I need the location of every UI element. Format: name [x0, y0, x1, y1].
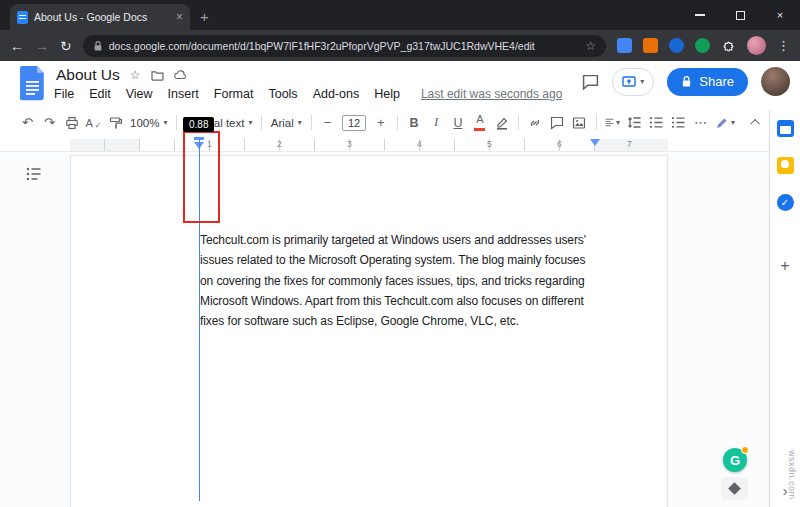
numbered-list-icon: [671, 116, 685, 129]
lock-icon: [93, 40, 103, 52]
comment-history-icon[interactable]: [582, 74, 599, 90]
tab-close-icon[interactable]: ×: [176, 10, 183, 24]
extensions-puzzle-icon[interactable]: [721, 38, 736, 53]
ruler-number: 7: [627, 139, 632, 149]
zoom-select[interactable]: 100%▾: [130, 117, 167, 129]
text-color-button[interactable]: A: [472, 113, 487, 133]
forward-icon[interactable]: →: [35, 39, 49, 53]
menu-insert[interactable]: Insert: [168, 87, 199, 101]
bold-button[interactable]: B: [406, 113, 421, 133]
menubar: File Edit View Insert Format Tools Add-o…: [54, 87, 562, 101]
menu-help[interactable]: Help: [374, 87, 400, 101]
paragraph[interactable]: Techcult.com is primarily targeted at Wi…: [200, 230, 630, 331]
calendar-icon[interactable]: [777, 120, 794, 137]
extension-icon-3[interactable]: [669, 38, 684, 53]
url-text: docs.google.com/document/d/1bqPW7lF1fHF3…: [109, 40, 580, 52]
menu-tools[interactable]: Tools: [268, 87, 297, 101]
editing-mode-button[interactable]: ▾: [715, 113, 735, 133]
insert-link-button[interactable]: [528, 113, 543, 133]
move-folder-icon[interactable]: [151, 70, 164, 81]
print-button[interactable]: [64, 113, 79, 133]
highlight-button[interactable]: [494, 113, 509, 133]
back-icon[interactable]: ←: [10, 39, 24, 53]
share-button[interactable]: Share: [667, 68, 748, 96]
explore-button[interactable]: [721, 477, 748, 500]
font-size-field[interactable]: 12: [342, 115, 366, 131]
align-button[interactable]: ▾: [605, 113, 620, 133]
window-maximize-button[interactable]: [720, 0, 760, 30]
new-tab-button[interactable]: +: [200, 4, 209, 30]
undo-button[interactable]: ↶: [20, 113, 35, 133]
share-lock-icon: [681, 75, 692, 88]
browser-profile-avatar[interactable]: [747, 36, 766, 55]
get-addons-button[interactable]: +: [780, 257, 789, 275]
browser-tab[interactable]: About Us - Google Docs ×: [10, 4, 190, 30]
docs-logo[interactable]: [19, 66, 46, 102]
document-page[interactable]: Techcult.com is primarily targeted at Wi…: [70, 155, 668, 507]
paint-roller-icon: [109, 116, 123, 130]
numbered-list-button[interactable]: [671, 113, 686, 133]
menu-addons[interactable]: Add-ons: [313, 87, 360, 101]
window-minimize-button[interactable]: [680, 0, 720, 30]
star-document-icon[interactable]: ☆: [130, 69, 141, 81]
menu-file[interactable]: File: [54, 87, 74, 101]
bookmark-star-icon[interactable]: ☆: [585, 39, 596, 53]
present-button[interactable]: ▾: [612, 68, 654, 96]
window-close-button[interactable]: ×: [760, 0, 800, 30]
extension-icon-2[interactable]: [643, 38, 658, 53]
zoom-value: 100%: [130, 117, 159, 129]
text-line[interactable]: on covering the fixes for commonly faces…: [200, 271, 630, 291]
text-line[interactable]: Microsoft Windows. Apart from this Techc…: [200, 291, 630, 311]
side-panel: ✓ + ›: [769, 110, 800, 507]
redo-button[interactable]: ↷: [42, 113, 57, 133]
docs-toolbar: ↶ ↷ A✓ 100%▾ Normal text▾ Arial▾ − 12 + …: [0, 109, 800, 136]
text-line[interactable]: issues related to the Microsoft Operatin…: [200, 250, 630, 270]
browser-menu-icon[interactable]: ⋮: [777, 38, 790, 53]
menu-edit[interactable]: Edit: [89, 87, 111, 101]
document-title[interactable]: About Us: [56, 66, 120, 84]
italic-button[interactable]: I: [428, 113, 443, 133]
bulleted-list-button[interactable]: [649, 113, 664, 133]
styles-caret-icon: ▾: [248, 119, 252, 127]
add-comment-button[interactable]: [550, 113, 565, 133]
font-select[interactable]: Arial▾: [271, 117, 302, 129]
cloud-status-icon[interactable]: [174, 70, 188, 80]
browser-nav-bar: ← → ↻ docs.google.com/document/d/1bqPW7l…: [0, 30, 800, 61]
text-color-letter: A: [476, 114, 483, 125]
underline-button[interactable]: U: [450, 113, 465, 133]
text-line[interactable]: Techcult.com is primarily targeted at Wi…: [200, 230, 630, 250]
ruler-number: 2: [277, 139, 282, 149]
right-indent-marker[interactable]: [590, 139, 600, 146]
address-bar[interactable]: docs.google.com/document/d/1bqPW7lF1fHF3…: [83, 35, 606, 57]
docs-favicon: [17, 11, 28, 24]
menu-format[interactable]: Format: [214, 87, 254, 101]
extension-icon-4[interactable]: [695, 38, 710, 53]
font-caret-icon: ▾: [298, 119, 302, 127]
ruler[interactable]: 1 2 3 4 5 6 7: [0, 136, 769, 152]
show-outline-button[interactable]: [26, 167, 42, 181]
align-caret-icon: ▾: [616, 119, 620, 127]
text-line[interactable]: fixes for software such as Eclipse, Goog…: [200, 311, 630, 331]
grammarly-badge: [741, 446, 749, 454]
document-outline-icon: [26, 167, 42, 181]
paint-format-button[interactable]: [108, 113, 123, 133]
spellcheck-button[interactable]: A✓: [86, 113, 101, 133]
hide-menus-button[interactable]: [749, 113, 764, 133]
reload-icon[interactable]: ↻: [60, 39, 72, 53]
decrease-font-button[interactable]: −: [320, 113, 335, 133]
increase-font-button[interactable]: +: [373, 113, 388, 133]
red-highlight-box: [183, 131, 220, 223]
last-edit-link[interactable]: Last edit was seconds ago: [421, 87, 562, 101]
document-canvas[interactable]: Techcult.com is primarily targeted at Wi…: [0, 153, 769, 507]
extension-icon-1[interactable]: [617, 38, 632, 53]
account-avatar[interactable]: [761, 67, 790, 96]
insert-image-button[interactable]: [572, 113, 587, 133]
tab-title: About Us - Google Docs: [34, 11, 170, 23]
keep-icon[interactable]: [777, 157, 794, 174]
more-options-button[interactable]: ⋯: [693, 113, 708, 133]
line-spacing-button[interactable]: [627, 113, 642, 133]
grammarly-button[interactable]: G: [723, 448, 747, 472]
menu-view[interactable]: View: [126, 87, 153, 101]
ruler-strip[interactable]: [70, 139, 668, 151]
tasks-icon[interactable]: ✓: [777, 194, 794, 211]
